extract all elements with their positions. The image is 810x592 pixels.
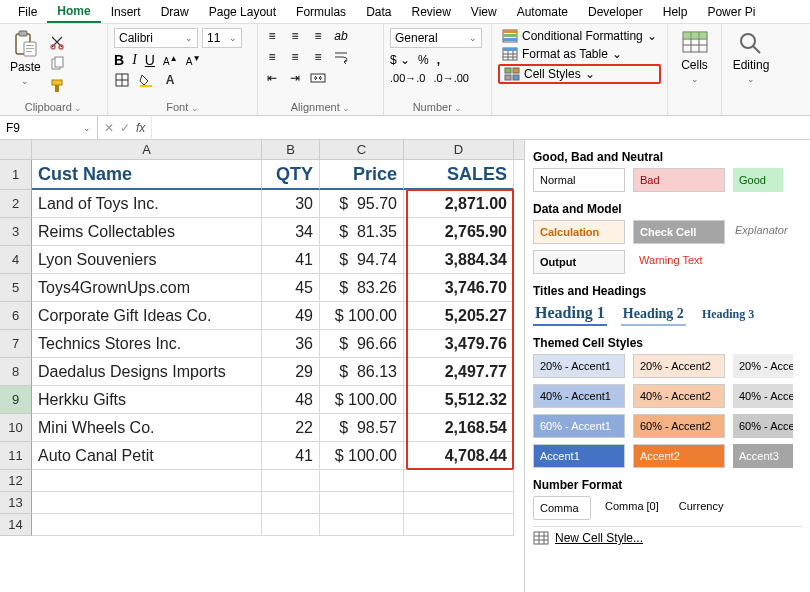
menu-data[interactable]: Data bbox=[356, 2, 401, 22]
increase-decimal-button[interactable]: .00→.0 bbox=[390, 72, 425, 84]
style-currency[interactable]: Currency bbox=[673, 496, 730, 520]
cell[interactable]: 48 bbox=[262, 386, 320, 414]
menu-developer[interactable]: Developer bbox=[578, 2, 653, 22]
menu-view[interactable]: View bbox=[461, 2, 507, 22]
new-cell-style-button[interactable]: New Cell Style... bbox=[533, 527, 802, 549]
row-header[interactable]: 8 bbox=[0, 358, 32, 386]
cell[interactable]: $ 96.66 bbox=[320, 330, 404, 358]
row-header[interactable]: 1 bbox=[0, 160, 32, 190]
cell[interactable] bbox=[262, 514, 320, 536]
cell[interactable] bbox=[320, 492, 404, 514]
cell[interactable]: 49 bbox=[262, 302, 320, 330]
align-top-button[interactable]: ≡ bbox=[264, 28, 280, 44]
copy-button[interactable] bbox=[49, 56, 65, 72]
style-check-cell[interactable]: Check Cell bbox=[633, 220, 725, 244]
style-heading1[interactable]: Heading 1 bbox=[533, 302, 607, 326]
cell[interactable] bbox=[404, 470, 514, 492]
number-format-combo[interactable]: General⌄ bbox=[390, 28, 482, 48]
font-shrink-button[interactable]: A▼ bbox=[186, 53, 201, 67]
row-header[interactable]: 14 bbox=[0, 514, 32, 536]
name-box[interactable]: F9⌄ bbox=[0, 116, 98, 139]
cell[interactable]: Mini Wheels Co. bbox=[32, 414, 262, 442]
fill-color-button[interactable] bbox=[138, 72, 154, 88]
menu-review[interactable]: Review bbox=[401, 2, 460, 22]
cell[interactable]: 41 bbox=[262, 442, 320, 470]
paste-button[interactable]: Paste ⌄ bbox=[6, 28, 45, 96]
format-as-table-button[interactable]: Format as Table⌄ bbox=[498, 46, 661, 62]
row-header[interactable]: 2 bbox=[0, 190, 32, 218]
cell[interactable]: $ 100.00 bbox=[320, 386, 404, 414]
row-header[interactable]: 6 bbox=[0, 302, 32, 330]
borders-button[interactable] bbox=[114, 72, 130, 88]
cell[interactable] bbox=[262, 492, 320, 514]
style-calculation[interactable]: Calculation bbox=[533, 220, 625, 244]
format-painter-button[interactable] bbox=[49, 78, 65, 94]
cell[interactable] bbox=[32, 470, 262, 492]
cell[interactable]: Land of Toys Inc. bbox=[32, 190, 262, 218]
cell[interactable]: Auto Canal Petit bbox=[32, 442, 262, 470]
style-20-accent3[interactable]: 20% - Acce bbox=[733, 354, 793, 378]
cell[interactable] bbox=[262, 470, 320, 492]
menu-insert[interactable]: Insert bbox=[101, 2, 151, 22]
menu-automate[interactable]: Automate bbox=[507, 2, 578, 22]
underline-button[interactable]: U bbox=[145, 52, 155, 68]
style-heading2[interactable]: Heading 2 bbox=[621, 304, 686, 326]
percent-button[interactable]: % bbox=[418, 53, 429, 67]
cell[interactable]: $ 100.00 bbox=[320, 302, 404, 330]
decrease-indent-button[interactable]: ⇤ bbox=[264, 70, 280, 86]
style-explanatory[interactable]: Explanator bbox=[733, 220, 793, 244]
style-60-accent3[interactable]: 60% - Acce bbox=[733, 414, 793, 438]
cell[interactable]: Technics Stores Inc. bbox=[32, 330, 262, 358]
cell[interactable]: Toys4GrownUps.com bbox=[32, 274, 262, 302]
style-20-accent2[interactable]: 20% - Accent2 bbox=[633, 354, 725, 378]
cell-styles-button[interactable]: Cell Styles⌄ bbox=[498, 64, 661, 84]
style-comma0[interactable]: Comma [0] bbox=[599, 496, 665, 520]
row-header[interactable]: 4 bbox=[0, 246, 32, 274]
conditional-formatting-button[interactable]: Conditional Formatting⌄ bbox=[498, 28, 661, 44]
header-cell[interactable]: QTY bbox=[262, 160, 320, 190]
align-center-button[interactable]: ≡ bbox=[287, 49, 303, 65]
menu-page-layout[interactable]: Page Layout bbox=[199, 2, 286, 22]
col-header-C[interactable]: C bbox=[320, 140, 404, 159]
cell[interactable]: $ 98.57 bbox=[320, 414, 404, 442]
row-header[interactable]: 7 bbox=[0, 330, 32, 358]
font-name-combo[interactable]: Calibri⌄ bbox=[114, 28, 198, 48]
col-header-B[interactable]: B bbox=[262, 140, 320, 159]
style-20-accent1[interactable]: 20% - Accent1 bbox=[533, 354, 625, 378]
cancel-formula-button[interactable]: ✕ bbox=[104, 121, 114, 135]
header-cell[interactable]: SALES bbox=[404, 160, 514, 190]
cell[interactable]: $ 94.74 bbox=[320, 246, 404, 274]
row-header[interactable]: 12 bbox=[0, 470, 32, 492]
header-cell[interactable]: Cust Name bbox=[32, 160, 262, 190]
decrease-decimal-button[interactable]: .0→.00 bbox=[433, 72, 468, 84]
row-header[interactable]: 5 bbox=[0, 274, 32, 302]
row-header[interactable]: 13 bbox=[0, 492, 32, 514]
style-warning-text[interactable]: Warning Text bbox=[633, 250, 709, 274]
style-40-accent3[interactable]: 40% - Acce bbox=[733, 384, 793, 408]
style-normal[interactable]: Normal bbox=[533, 168, 625, 192]
cell[interactable]: $ 100.00 bbox=[320, 442, 404, 470]
cell[interactable]: $ 86.13 bbox=[320, 358, 404, 386]
orientation-button[interactable]: ab bbox=[333, 28, 349, 44]
cell[interactable]: Herkku Gifts bbox=[32, 386, 262, 414]
cell[interactable] bbox=[404, 514, 514, 536]
cell[interactable]: $ 95.70 bbox=[320, 190, 404, 218]
style-comma[interactable]: Comma bbox=[533, 496, 591, 520]
cell[interactable]: 41 bbox=[262, 246, 320, 274]
menu-power-pi[interactable]: Power Pi bbox=[697, 2, 765, 22]
fx-button[interactable]: fx bbox=[136, 121, 145, 135]
align-bottom-button[interactable]: ≡ bbox=[310, 28, 326, 44]
align-left-button[interactable]: ≡ bbox=[264, 49, 280, 65]
cell[interactable]: $ 81.35 bbox=[320, 218, 404, 246]
style-40-accent1[interactable]: 40% - Accent1 bbox=[533, 384, 625, 408]
cell[interactable]: 45 bbox=[262, 274, 320, 302]
cells-button[interactable]: Cells ⌄ bbox=[674, 28, 715, 86]
cell[interactable] bbox=[32, 492, 262, 514]
cell[interactable]: Lyon Souveniers bbox=[32, 246, 262, 274]
col-header-A[interactable]: A bbox=[32, 140, 262, 159]
cell[interactable] bbox=[32, 514, 262, 536]
align-middle-button[interactable]: ≡ bbox=[287, 28, 303, 44]
row-header[interactable]: 10 bbox=[0, 414, 32, 442]
style-40-accent2[interactable]: 40% - Accent2 bbox=[633, 384, 725, 408]
style-accent1[interactable]: Accent1 bbox=[533, 444, 625, 468]
